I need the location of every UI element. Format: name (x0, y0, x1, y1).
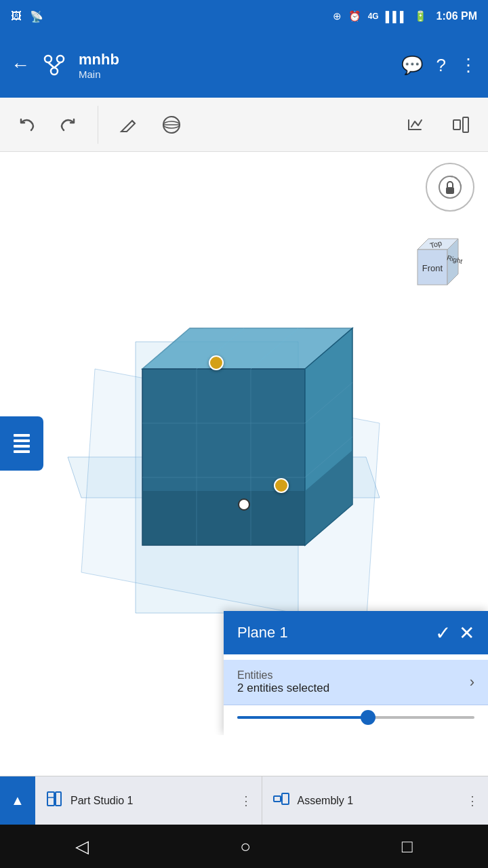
plane-panel-header: Plane 1 ✓ ✕ (224, 611, 488, 654)
svg-rect-43 (47, 792, 54, 806)
assembly-icon (272, 789, 291, 812)
signal-icon: ▌▌▌ (386, 11, 407, 22)
assembly-tab[interactable]: Assembly 1 ⋮ (262, 776, 489, 825)
plane-panel-body: Entities 2 entities selected › (224, 654, 488, 735)
more-menu-button[interactable]: ⋮ (460, 55, 477, 76)
part-studio-icon (45, 789, 64, 812)
toolbar-right (396, 106, 480, 144)
orientation-lock-button[interactable] (426, 163, 474, 212)
svg-rect-46 (274, 796, 281, 802)
branch-icon (41, 52, 68, 79)
entities-content: Entities 2 entities selected (237, 669, 470, 695)
app-title: mnhb Main (79, 51, 390, 80)
entities-chevron: › (470, 673, 474, 691)
viewport[interactable]: Top Front Right Front Right (0, 152, 488, 735)
assembly-more-button[interactable]: ⋮ (466, 793, 479, 808)
plane-panel-title: Plane 1 (237, 624, 427, 642)
entities-row[interactable]: Entities 2 entities selected › (224, 660, 488, 705)
svg-rect-20 (14, 439, 30, 442)
svg-line-5 (132, 121, 135, 123)
radio-icon: 📡 (30, 10, 43, 23)
svg-rect-22 (14, 450, 30, 453)
svg-rect-31 (142, 491, 305, 545)
status-bar-left: 🖼 📡 (11, 10, 43, 23)
gallery-icon: 🖼 (11, 10, 22, 22)
battery-icon: 🔋 (414, 10, 427, 22)
doc-name: mnhb (79, 51, 390, 68)
slider-row (224, 705, 488, 730)
svg-text:Front: Front (422, 263, 443, 273)
svg-rect-44 (56, 792, 61, 806)
svg-rect-47 (282, 793, 289, 804)
status-bar: 🖼 📡 ⊕ ⏰ 4G ▌▌▌ 🔋 1:06 PM (0, 0, 488, 33)
undo-button[interactable] (8, 106, 46, 144)
plane-handle-top[interactable] (209, 355, 224, 370)
svg-rect-9 (453, 120, 460, 130)
svg-point-2 (51, 68, 58, 75)
edit-button[interactable] (109, 106, 147, 144)
svg-point-1 (57, 56, 64, 62)
slider-fill (237, 716, 368, 719)
plane-handle-mid[interactable] (274, 478, 289, 493)
system-nav-bar: ◁ ○ □ (0, 825, 488, 868)
wifi-icon: ⊕ (333, 10, 342, 22)
svg-rect-19 (14, 434, 30, 437)
entities-label: Entities (237, 669, 470, 682)
part-studio-tab-label: Part Studio 1 (70, 795, 233, 807)
cube-navigator[interactable]: Top Front Right (399, 220, 477, 298)
svg-rect-10 (463, 117, 468, 132)
plane-confirm-button[interactable]: ✓ (435, 622, 451, 644)
svg-line-3 (48, 62, 54, 68)
plane-close-button[interactable]: ✕ (459, 622, 474, 644)
slider-thumb[interactable] (361, 710, 375, 725)
part-studio-tab[interactable]: Part Studio 1 ⋮ (35, 776, 262, 825)
tabs-expand-button[interactable]: ▲ (0, 776, 35, 825)
doc-branch: Main (79, 68, 390, 80)
history-button[interactable] (442, 106, 480, 144)
render-button[interactable] (152, 106, 190, 144)
part-studio-more-button[interactable]: ⋮ (240, 793, 252, 808)
center-dot (238, 498, 250, 511)
entities-value: 2 entities selected (237, 682, 470, 695)
alarm-icon: ⏰ (348, 10, 361, 22)
undo-redo-group (8, 106, 98, 144)
time-display: 1:06 PM (436, 10, 477, 22)
svg-rect-21 (14, 445, 30, 448)
help-button[interactable]: ? (436, 55, 446, 76)
svg-point-0 (45, 56, 52, 62)
assembly-tab-label: Assembly 1 (298, 795, 460, 807)
slider-track[interactable] (237, 716, 474, 719)
chat-button[interactable]: 💬 (401, 55, 423, 76)
svg-line-4 (54, 62, 60, 68)
sidebar-toggle-button[interactable] (0, 416, 43, 471)
app-bar-actions: 💬 ? ⋮ (401, 55, 477, 76)
plane-panel: Plane 1 ✓ ✕ Entities 2 entities selected… (224, 611, 488, 735)
measure-button[interactable] (396, 106, 434, 144)
app-bar: ← mnhb Main 💬 ? ⋮ (0, 33, 488, 98)
status-bar-right: ⊕ ⏰ 4G ▌▌▌ 🔋 1:06 PM (333, 10, 477, 22)
toolbar (0, 98, 488, 152)
back-button[interactable]: ← (11, 54, 30, 76)
redo-button[interactable] (49, 106, 87, 144)
nav-recents-button[interactable]: □ (402, 836, 413, 857)
nav-back-button[interactable]: ◁ (75, 836, 89, 857)
network-icon: 4G (368, 12, 379, 21)
svg-rect-12 (446, 187, 454, 194)
bottom-tabs: ▲ Part Studio 1 ⋮ Assembly 1 ⋮ (0, 776, 488, 825)
nav-home-button[interactable]: ○ (240, 836, 251, 857)
